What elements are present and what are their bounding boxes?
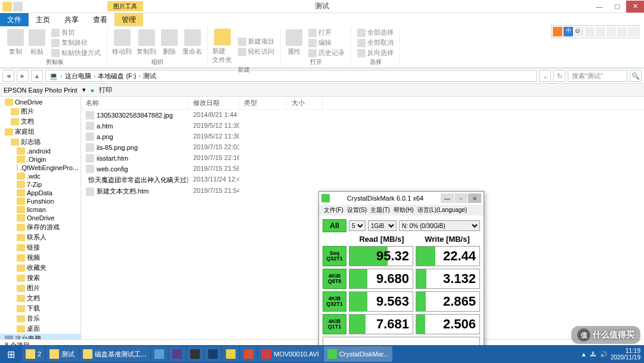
tab-share[interactable]: 共享 [57,13,86,26]
tree-item[interactable]: 保存的游戏 [0,222,80,232]
minimize-button[interactable]: — [590,1,608,13]
rename-button[interactable]: 重命名 [181,28,203,57]
up-button[interactable]: ▲ [31,70,43,82]
ime-icon[interactable] [617,27,627,36]
tree-item[interactable]: 家庭组 [0,127,80,137]
tab-view[interactable]: 查看 [86,13,114,26]
taskbar-item[interactable]: CrystalDiskMar... [324,346,392,362]
tree-item[interactable]: 这台电脑 [0,334,80,339]
cdm-test-button[interactable]: 4KiBQ1T1 [323,314,346,334]
tree-item[interactable]: 彭志德 [0,137,80,147]
edit-button[interactable]: 编辑 [306,38,347,48]
sogou-icon[interactable] [553,27,562,36]
col-date[interactable]: 修改日期 [188,97,239,109]
paste-shortcut-button[interactable]: 粘贴快捷方式 [49,48,103,58]
file-row[interactable]: iisstart.htm2019/7/15 22:16 [81,153,644,164]
navigation-tree[interactable]: OneDrive图片文档家庭组彭志德.android.Origin.QtWebE… [0,97,81,339]
ime-mode[interactable]: 中 [564,27,573,36]
ime-icon[interactable] [606,27,616,36]
tree-item[interactable]: 图片 [0,283,80,293]
breadcrumb-item[interactable]: 本地磁盘 (F:) [98,72,136,81]
column-headers[interactable]: 名称 修改日期 类型 大小 [81,97,644,110]
tree-item[interactable]: 图片 [0,106,80,116]
file-row[interactable]: 惊天魔盗团非常盗出神入化瞒天过海看到...2013/11/24 12:4 [81,174,644,186]
move-to-button[interactable]: 移动到 [111,28,133,57]
taskbar-item[interactable]: MOV00010.AVI [258,346,323,362]
cdm-minimize[interactable]: — [441,193,454,203]
tray-icon[interactable]: 🔊 [600,351,607,358]
open-button[interactable]: 打开 [306,27,347,38]
cdm-close[interactable]: ✕ [468,193,481,203]
cut-button[interactable]: 剪切 [49,27,103,38]
cdm-menu-item[interactable]: 主题(T) [369,206,391,214]
cdm-size-select[interactable]: 1GiB [368,220,397,231]
tree-item[interactable]: 联系人 [0,232,80,242]
invert-selection-button[interactable]: 反向选择 [355,48,396,58]
maximize-button[interactable]: ▢ [608,1,626,13]
tab-home[interactable]: 主页 [29,13,57,26]
cdm-menu-item[interactable]: 设置(S) [346,206,368,214]
search-icon[interactable]: 🔍 [630,70,642,82]
file-row[interactable]: a.png2019/5/12 11:30 [81,131,644,142]
tree-item[interactable]: OneDrive [0,214,80,222]
tree-item[interactable]: 收藏夹 [0,263,80,273]
ime-icon[interactable] [585,27,595,36]
ime-icon[interactable]: ☺ [574,27,584,36]
new-folder-button[interactable]: 新建 文件夹 [211,27,233,66]
copy-path-button[interactable]: 复制路径 [49,38,103,48]
tree-item[interactable]: 视频 [0,253,80,263]
history-button[interactable]: 历史记录 [306,48,347,58]
tree-item[interactable]: AppData [0,189,80,197]
tree-item[interactable]: .android [0,147,80,155]
taskbar-item[interactable] [151,346,168,362]
tree-item[interactable]: 文档 [0,293,80,303]
cdm-titlebar[interactable]: CrystalDiskMark 6.0.1 x64 — ▫ ✕ [319,192,484,205]
taskbar-item[interactable]: 磁盘基准测试工... [79,346,150,362]
taskbar-item[interactable] [205,346,221,362]
tree-item[interactable]: 搜索 [0,273,80,283]
properties-button[interactable]: 属性 [284,28,304,57]
select-none-button[interactable]: 全部取消 [355,38,396,48]
cdm-menu-item[interactable]: 语言(L)(Language) [416,206,468,214]
col-type[interactable]: 类型 [239,97,287,109]
cdm-test-button[interactable]: SeqQ32T1 [323,246,346,266]
copy-button[interactable]: 复制 [6,28,25,57]
file-row[interactable]: iis-85.png.png2019/7/15 22:03 [81,142,644,153]
tree-item[interactable]: 音乐 [0,313,80,324]
taskbar[interactable]: ⊞ 2测试磁盘基准测试工...MOV00010.AVICrystalDiskMa… [0,345,644,363]
breadcrumb[interactable]: 💻 › 这台电脑› 本地磁盘 (F:)› 测试 [45,70,537,82]
easy-access-button[interactable]: 轻松访问 [236,47,277,57]
cdm-menu-item[interactable]: 文件(F) [323,206,345,214]
tree-item[interactable]: 下载 [0,303,80,313]
cdm-runs-select[interactable]: 5 [349,220,366,231]
taskbar-item[interactable]: 2 [22,346,45,362]
ime-icon[interactable] [628,27,637,36]
tree-item[interactable]: 文档 [0,116,80,127]
back-button[interactable]: ◄ [2,70,14,82]
tree-item[interactable]: 链接 [0,242,80,253]
dropdown-button[interactable]: ⌄ [539,70,551,82]
taskbar-clock[interactable]: 11:19 2020/11/19 [611,347,640,361]
cdm-maximize[interactable]: ▫ [454,193,467,203]
tree-item[interactable]: Funshion [0,197,80,205]
cdm-test-button[interactable]: 4KiBQ8T8 [323,269,346,289]
file-row[interactable]: 130530302583847882.jpg2014/8/21 1:44 [81,110,644,121]
tree-item[interactable]: OneDrive [0,98,80,106]
search-input[interactable]: 搜索"测试" [568,70,627,82]
file-row[interactable]: web.config2019/7/15 21:58 [81,164,644,174]
cdm-all-button[interactable]: All [323,219,346,232]
tray-icon[interactable]: 🖧 [590,351,596,358]
qat-icon[interactable] [13,2,23,11]
breadcrumb-item[interactable]: 这台电脑 [65,72,91,81]
taskbar-item[interactable] [187,346,203,362]
col-name[interactable]: 名称 [81,97,188,109]
select-all-button[interactable]: 全部选择 [355,27,396,38]
system-tray[interactable]: ▲ 🖧 🔊 11:19 2020/11/19 [577,347,644,361]
tree-item[interactable]: .QtWebEnginePro... [0,164,80,172]
taskbar-item[interactable] [222,346,239,362]
col-size[interactable]: 大小 [287,97,323,109]
tab-manage[interactable]: 管理 [114,13,143,26]
delete-button[interactable]: 删除 [160,28,179,57]
tray-icon[interactable]: ▲ [581,351,587,358]
taskbar-item[interactable]: 测试 [46,346,78,362]
